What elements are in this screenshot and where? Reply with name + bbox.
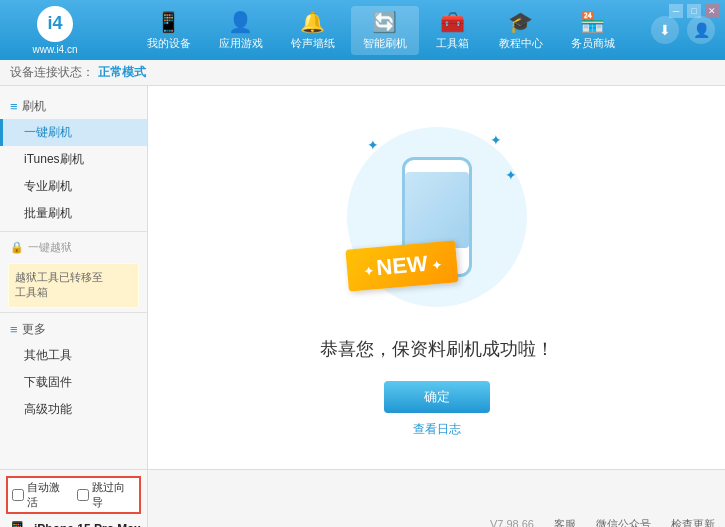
nav-service[interactable]: 🏪 务员商城	[559, 6, 627, 55]
logo-url: www.i4.cn	[32, 44, 77, 55]
batch-flash-label: 批量刷机	[24, 206, 72, 220]
flash-section-label: 刷机	[22, 98, 46, 115]
flash-section-icon: ≡	[10, 99, 18, 114]
toolbox-icon: 🧰	[440, 10, 465, 34]
guide-option[interactable]: 跳过向导	[77, 480, 136, 510]
footer-right: V7.98.66 客服 微信公众号 检查更新	[148, 469, 725, 527]
nav-bar: 📱 我的设备 👤 应用游戏 🔔 铃声墙纸 🔄 智能刷机 🧰 工具箱 🎓	[110, 6, 651, 55]
sidebar-section-flash[interactable]: ≡ 刷机	[0, 94, 147, 119]
auto-activate-option[interactable]: 自动激活	[12, 480, 71, 510]
logo-char: i4	[47, 13, 62, 34]
jailbreak-label: 一键越狱	[28, 240, 72, 255]
nav-my-device[interactable]: 📱 我的设备	[135, 6, 203, 55]
nav-smart-flash[interactable]: 🔄 智能刷机	[351, 6, 419, 55]
sidebar-item-advanced[interactable]: 高级功能	[0, 396, 147, 423]
close-btn[interactable]: ✕	[705, 4, 719, 18]
footer-link-service[interactable]: 客服	[554, 517, 576, 527]
sidebar-item-batch-flash[interactable]: 批量刷机	[0, 200, 147, 227]
nav-apps-label: 应用游戏	[219, 36, 263, 51]
download-btn[interactable]: ⬇	[651, 16, 679, 44]
minimize-btn[interactable]: ─	[669, 4, 683, 18]
sidebar-item-download-fw[interactable]: 下载固件	[0, 369, 147, 396]
sidebar-notice: 越狱工具已转移至 工具箱	[8, 263, 139, 308]
status-value: 正常模式	[98, 64, 146, 81]
bottom-area: 自动激活 跳过向导 📱 iPhone 15 Pro Max 512GB iPho…	[0, 469, 725, 527]
sidebar-item-itunes-flash[interactable]: iTunes刷机	[0, 146, 147, 173]
sidebar-item-other-tools[interactable]: 其他工具	[0, 342, 147, 369]
window-controls: ─ □ ✕	[669, 4, 719, 18]
nav-apps-games[interactable]: 👤 应用游戏	[207, 6, 275, 55]
auto-activate-checkbox[interactable]	[12, 489, 24, 501]
success-text: 恭喜您，保资料刷机成功啦！	[320, 337, 554, 361]
logo-icon: i4	[37, 6, 73, 42]
device-options-row: 自动激活 跳过向导	[6, 476, 141, 514]
nav-toolbox[interactable]: 🧰 工具箱	[423, 6, 483, 55]
nav-tutorial-label: 教程中心	[499, 36, 543, 51]
device-name: iPhone 15 Pro Max	[34, 520, 141, 527]
ringtones-icon: 🔔	[300, 10, 325, 34]
notice-text: 越狱工具已转移至 工具箱	[15, 271, 103, 298]
nav-ringtones[interactable]: 🔔 铃声墙纸	[279, 6, 347, 55]
log-link[interactable]: 查看日志	[413, 421, 461, 438]
maximize-btn[interactable]: □	[687, 4, 701, 18]
device-details: iPhone 15 Pro Max 512GB iPhone	[34, 520, 141, 527]
sidebar-item-one-key-flash[interactable]: 一键刷机	[0, 119, 147, 146]
sidebar: ≡ 刷机 一键刷机 iTunes刷机 专业刷机 批量刷机 🔒 一键越狱 越狱工具…	[0, 86, 148, 469]
sidebar-item-pro-flash[interactable]: 专业刷机	[0, 173, 147, 200]
confirm-button[interactable]: 确定	[384, 381, 490, 413]
nav-tutorial[interactable]: 🎓 教程中心	[487, 6, 555, 55]
nav-my-device-label: 我的设备	[147, 36, 191, 51]
more-section-icon: ≡	[10, 322, 18, 337]
other-tools-label: 其他工具	[24, 348, 72, 362]
content-area: ✦ ✦ ✦ NEW 恭喜您，保资料刷机成功啦！ 确定 查看日志	[148, 86, 725, 469]
nav-ringtones-label: 铃声墙纸	[291, 36, 335, 51]
my-device-icon: 📱	[156, 10, 181, 34]
star-icon-3: ✦	[505, 167, 517, 183]
tutorial-icon: 🎓	[508, 10, 533, 34]
footer-link-wechat[interactable]: 微信公众号	[596, 517, 651, 527]
footer-link-update[interactable]: 检查更新	[671, 517, 715, 527]
download-fw-label: 下载固件	[24, 375, 72, 389]
nav-toolbox-label: 工具箱	[436, 36, 469, 51]
user-btn[interactable]: 👤	[687, 16, 715, 44]
status-bar: 设备连接状态： 正常模式	[0, 60, 725, 86]
star-icon-2: ✦	[490, 132, 502, 148]
status-prefix: 设备连接状态：	[10, 64, 94, 81]
version-text: V7.98.66	[490, 518, 534, 527]
guide-label: 跳过向导	[92, 480, 136, 510]
device-info: 📱 iPhone 15 Pro Max 512GB iPhone	[6, 520, 141, 527]
apps-games-icon: 👤	[228, 10, 253, 34]
pro-flash-label: 专业刷机	[24, 179, 72, 193]
advanced-label: 高级功能	[24, 402, 72, 416]
itunes-flash-label: iTunes刷机	[24, 152, 84, 166]
guide-checkbox[interactable]	[77, 489, 89, 501]
header: ─ □ ✕ i4 www.i4.cn 📱 我的设备 👤 应用游戏 🔔 铃声墙纸	[0, 0, 725, 60]
logo-area: i4 www.i4.cn	[10, 6, 100, 55]
star-icon-1: ✦	[367, 137, 379, 153]
header-right: ⬇ 👤	[651, 16, 715, 44]
smart-flash-icon: 🔄	[372, 10, 397, 34]
phone-screen	[405, 172, 469, 248]
more-section-label: 更多	[22, 321, 46, 338]
sidebar-section-more[interactable]: ≡ 更多	[0, 317, 147, 342]
device-phone-icon: 📱	[6, 520, 28, 527]
sidebar-disabled-jailbreak: 🔒 一键越狱	[0, 236, 147, 259]
nav-smart-flash-label: 智能刷机	[363, 36, 407, 51]
success-illustration: ✦ ✦ ✦ NEW	[337, 117, 537, 317]
service-icon: 🏪	[580, 10, 605, 34]
lock-icon: 🔒	[10, 241, 24, 254]
auto-activate-label: 自动激活	[27, 480, 71, 510]
one-key-flash-label: 一键刷机	[24, 125, 72, 139]
nav-service-label: 务员商城	[571, 36, 615, 51]
